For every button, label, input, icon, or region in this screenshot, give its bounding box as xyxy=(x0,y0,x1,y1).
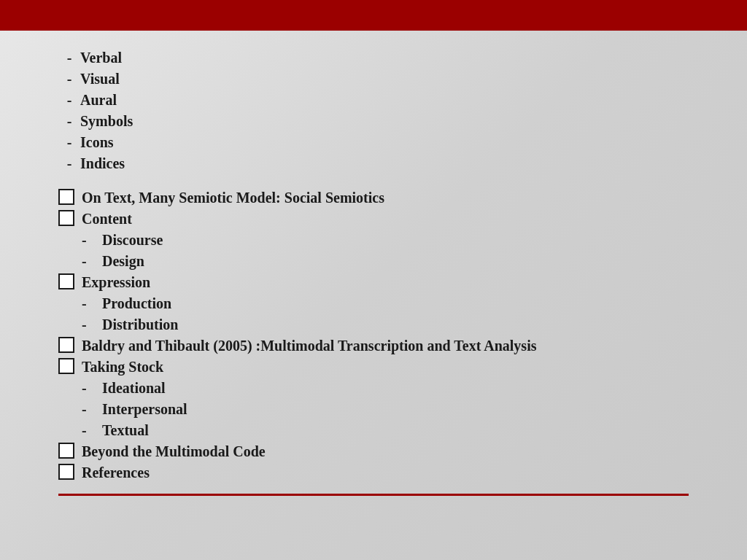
item-label: Aural xyxy=(80,90,117,111)
item-label: Interpersonal xyxy=(102,399,187,420)
item-label: Symbols xyxy=(80,111,133,132)
item-label: On Text, Many Semiotic Model: Social Sem… xyxy=(82,187,384,209)
checkbox-icon xyxy=(58,189,74,205)
checkbox-icon xyxy=(58,337,74,353)
bottom-divider xyxy=(58,494,689,496)
list-item: - Production xyxy=(82,293,689,314)
dash-icon: - xyxy=(82,314,102,335)
item-label: Distribution xyxy=(102,314,178,335)
initial-bullet-list: - Verbal - Visual - Aural - Symbols - Ic… xyxy=(58,47,689,174)
list-item: On Text, Many Semiotic Model: Social Sem… xyxy=(58,187,689,209)
item-label: Expression xyxy=(82,272,150,293)
list-item: - Visual xyxy=(58,69,689,90)
list-item: - Discourse xyxy=(82,230,689,251)
checkbox-icon xyxy=(58,443,74,459)
item-label: Production xyxy=(102,293,171,314)
item-label: Icons xyxy=(80,132,114,153)
dash-icon: - xyxy=(82,420,102,441)
list-item: - Aural xyxy=(58,90,689,111)
item-label: Textual xyxy=(102,420,149,441)
item-label: Ideational xyxy=(102,378,166,399)
item-label: Beyond the Multimodal Code xyxy=(82,441,266,462)
item-label: Content xyxy=(82,209,132,230)
list-item: Taking Stock xyxy=(58,357,689,378)
list-item: - Interpersonal xyxy=(82,399,689,420)
dash-icon: - xyxy=(58,111,80,132)
item-label: References xyxy=(82,462,150,483)
list-item: - Design xyxy=(82,251,689,272)
item-label: Taking Stock xyxy=(82,357,163,378)
list-item: - Symbols xyxy=(58,111,689,132)
list-item: - Ideational xyxy=(82,378,689,399)
list-item: - Icons xyxy=(58,132,689,153)
dash-icon: - xyxy=(82,251,102,272)
content-area: - Verbal - Visual - Aural - Symbols - Ic… xyxy=(58,40,689,487)
dash-icon: - xyxy=(58,132,80,153)
dash-icon: - xyxy=(58,47,80,69)
list-item: - Verbal xyxy=(58,47,689,69)
checkbox-icon xyxy=(58,464,74,480)
checkbox-list: On Text, Many Semiotic Model: Social Sem… xyxy=(58,187,689,483)
dash-icon: - xyxy=(58,153,80,174)
top-bar xyxy=(0,0,747,31)
list-item: Baldry and Thibault (2005) :Multimodal T… xyxy=(58,335,689,357)
dash-icon: - xyxy=(58,69,80,90)
checkbox-icon xyxy=(58,210,74,226)
list-item: - Indices xyxy=(58,153,689,174)
list-item: Content xyxy=(58,209,689,230)
list-item: - Textual xyxy=(82,420,689,441)
dash-icon: - xyxy=(82,293,102,314)
dash-icon: - xyxy=(82,399,102,420)
item-label: Visual xyxy=(80,69,120,90)
list-item: - Distribution xyxy=(82,314,689,335)
dash-icon: - xyxy=(58,90,80,111)
item-label: Discourse xyxy=(102,230,163,251)
item-label: Design xyxy=(102,251,144,272)
slide-container: - Verbal - Visual - Aural - Symbols - Ic… xyxy=(0,0,747,560)
checkbox-icon xyxy=(58,358,74,374)
list-item: Expression xyxy=(58,272,689,293)
list-item: References xyxy=(58,462,689,483)
item-label: Indices xyxy=(80,153,125,174)
list-item: Beyond the Multimodal Code xyxy=(58,441,689,462)
dash-icon: - xyxy=(82,378,102,399)
checkbox-icon xyxy=(58,273,74,289)
item-label: Baldry and Thibault (2005) :Multimodal T… xyxy=(82,335,536,357)
dash-icon: - xyxy=(82,230,102,251)
item-label: Verbal xyxy=(80,47,122,69)
